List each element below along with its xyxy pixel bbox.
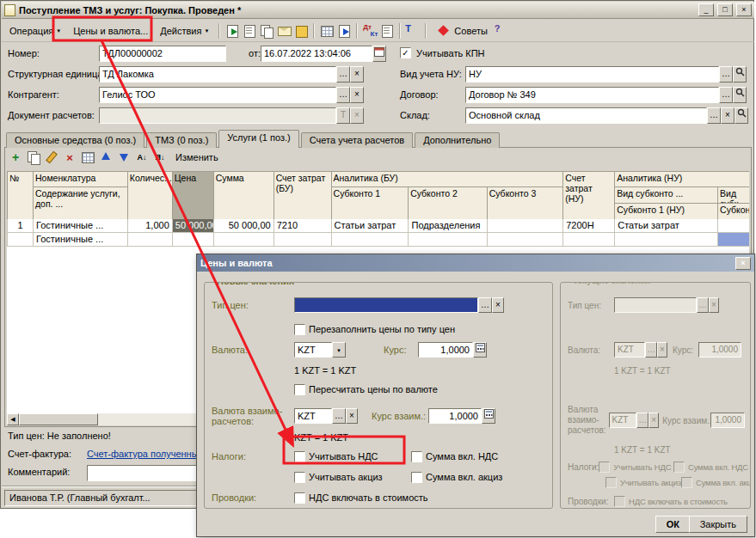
vat-checkbox[interactable] (294, 451, 305, 462)
col-header-nu-kind2[interactable]: Вид субк (718, 187, 749, 203)
cell-service-content[interactable]: Гостиничные ... (34, 233, 128, 247)
contract-choose-button[interactable]: … (719, 87, 733, 103)
scrollbar-thumb[interactable] (19, 413, 98, 425)
structural-unit-clear-button[interactable]: × (350, 66, 364, 83)
cell-empty[interactable] (563, 233, 615, 247)
col-header-account-bu[interactable]: Счет затрат (БУ) (274, 172, 332, 219)
cell-empty[interactable] (409, 233, 488, 247)
settlement-rate-input[interactable]: 1,0000 (428, 408, 482, 424)
rate-calc-button[interactable] (473, 342, 487, 358)
fill-prices-button[interactable] (293, 23, 309, 39)
tips-button[interactable]: Советы (431, 21, 492, 41)
copy-row-button[interactable] (26, 150, 41, 165)
cell-empty[interactable] (173, 233, 214, 247)
change-button[interactable]: Изменить (175, 152, 218, 162)
vat-cost-checkbox[interactable] (294, 492, 305, 504)
col-header-subconto3[interactable]: Субконто 3 (488, 187, 563, 219)
price-type-input[interactable] (294, 297, 478, 313)
list-view-button[interactable] (80, 150, 95, 165)
contract-open-button[interactable] (733, 87, 747, 103)
col-header-nu-kind1[interactable]: Вид субконто ... (615, 187, 718, 203)
operation-menu-button[interactable]: Операция ▼ (4, 23, 66, 39)
document-movements-button[interactable] (242, 23, 257, 39)
scroll-left-button[interactable]: ◀ (7, 413, 19, 425)
currency-select[interactable]: KZT (294, 342, 332, 358)
contractor-input[interactable]: Гелиос ТОО (99, 87, 336, 103)
settlement-currency-choose-button[interactable]: … (332, 408, 346, 424)
currency-dropdown-button[interactable]: ▼ (332, 342, 346, 358)
col-header-account-nu[interactable]: Счет затрат (НУ) (563, 172, 615, 219)
refill-prices-checkbox[interactable] (294, 324, 305, 335)
cell-subconto2[interactable]: Подразделения (409, 219, 488, 233)
excise-checkbox[interactable] (294, 472, 305, 483)
vat-sum-checkbox[interactable] (411, 451, 422, 462)
cell-empty[interactable] (615, 233, 718, 247)
date-input[interactable]: 16.07.2022 13:04:06 (261, 46, 372, 62)
dialog-close-button[interactable]: × (735, 257, 751, 270)
post-document-button[interactable] (224, 23, 240, 39)
invoice-link[interactable]: Счет-фактура полученный (87, 449, 204, 459)
invoice-button[interactable] (276, 23, 292, 39)
col-header-sum[interactable]: Сумма (214, 172, 274, 219)
price-type-clear-button[interactable]: × (492, 297, 504, 313)
cell-account-nu[interactable]: 7200Н (563, 219, 615, 233)
dialog-close-footer-button[interactable]: Закрыть (689, 516, 747, 533)
col-header-nu-sub2[interactable]: Субконт (718, 204, 749, 219)
cell-price-selected[interactable]: 50 000,00 (173, 219, 214, 233)
cell-empty[interactable] (128, 233, 173, 247)
cell-num[interactable]: 1 (8, 219, 34, 233)
ok-button[interactable]: ОК (655, 516, 691, 533)
contractor-choose-button[interactable]: … (336, 87, 350, 103)
col-header-subconto2[interactable]: Субконто 2 (409, 187, 488, 219)
actions-menu-button[interactable]: Действия ▼ (155, 23, 214, 39)
help-button[interactable]: ? (495, 23, 510, 39)
cell-quantity[interactable]: 1,000 (128, 219, 173, 233)
settlement-rate-calc-button[interactable] (482, 408, 495, 424)
nu-account-kind-open-button[interactable] (733, 66, 747, 83)
maximize-button[interactable]: □ (717, 3, 733, 16)
prices-currency-button[interactable]: Цены и валюта... (68, 23, 153, 39)
col-header-quantity[interactable]: Количес... (128, 172, 173, 219)
number-input[interactable]: ТДЛ00000002 (99, 46, 226, 62)
tab-settlement-accounts[interactable]: Счета учета расчетов (301, 132, 413, 148)
edit-row-button[interactable] (44, 150, 59, 165)
settlement-document-input[interactable] (99, 107, 336, 124)
cell-sum[interactable]: 50 000,00 (214, 219, 274, 233)
kpn-checkbox[interactable]: ✓ (400, 47, 411, 58)
settlement-document-clear-button[interactable]: × (350, 107, 364, 124)
structural-unit-choose-button[interactable]: … (336, 66, 350, 83)
cell-subconto1[interactable]: Статьи затрат (332, 219, 409, 233)
calendar-button[interactable] (372, 46, 386, 62)
settlement-document-text-button[interactable]: Т (336, 107, 350, 124)
cell-empty[interactable] (8, 233, 34, 247)
move-up-button[interactable] (98, 150, 114, 165)
rate-input[interactable]: 1,0000 (418, 342, 473, 358)
col-header-subconto1[interactable]: Субконто 1 (332, 187, 409, 219)
tab-services[interactable]: Услуги (1 поз.) (218, 130, 298, 148)
warehouse-choose-button[interactable]: … (707, 107, 721, 124)
delete-row-button[interactable]: × (62, 150, 77, 165)
tab-tmz[interactable]: ТМЗ (0 поз.) (146, 132, 217, 148)
recalc-prices-checkbox[interactable] (294, 384, 305, 395)
cell-empty[interactable] (488, 233, 563, 247)
close-button[interactable]: × (736, 3, 752, 16)
cell-empty[interactable] (332, 233, 409, 247)
sort-descending-button[interactable]: Я↓ (152, 150, 168, 165)
col-header-nu-sub1[interactable]: Субконто 1 (НУ) (615, 204, 718, 219)
tab-additional[interactable]: Дополнительно (415, 132, 500, 148)
copy-document-button[interactable] (259, 23, 274, 39)
excise-sum-checkbox[interactable] (411, 472, 422, 483)
cell-subconto3[interactable] (488, 219, 563, 233)
nu-account-kind-choose-button[interactable]: … (719, 66, 733, 83)
warehouse-clear-button[interactable]: × (721, 107, 734, 124)
add-row-button[interactable]: + (8, 150, 23, 165)
structural-unit-input[interactable]: ТД Лакомка (99, 66, 336, 83)
dt-kt-button[interactable]: Дт Кт (362, 23, 378, 39)
col-header-nomenclature[interactable]: Номенклатура Содержание услуги, доп. ... (34, 172, 128, 219)
cell-nu-sub2-focused[interactable] (718, 233, 749, 247)
settlement-currency-input[interactable]: KZT (294, 408, 332, 424)
settlement-currency-clear-button[interactable]: × (346, 408, 358, 424)
warehouse-open-button[interactable] (734, 107, 748, 124)
template-button[interactable]: Т (405, 23, 421, 39)
move-down-button[interactable] (116, 150, 132, 165)
